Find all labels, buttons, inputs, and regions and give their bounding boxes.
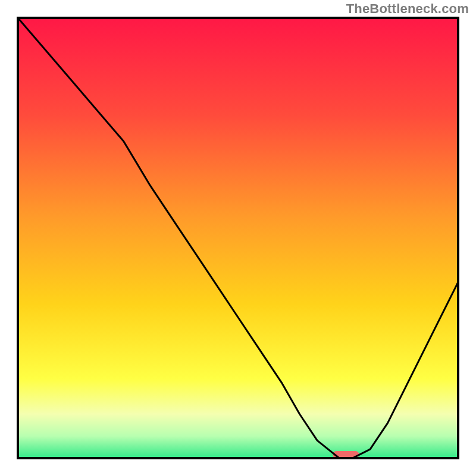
plot-background [18,18,458,458]
bottleneck-chart [0,0,476,476]
chart-stage: TheBottleneck.com [0,0,476,476]
